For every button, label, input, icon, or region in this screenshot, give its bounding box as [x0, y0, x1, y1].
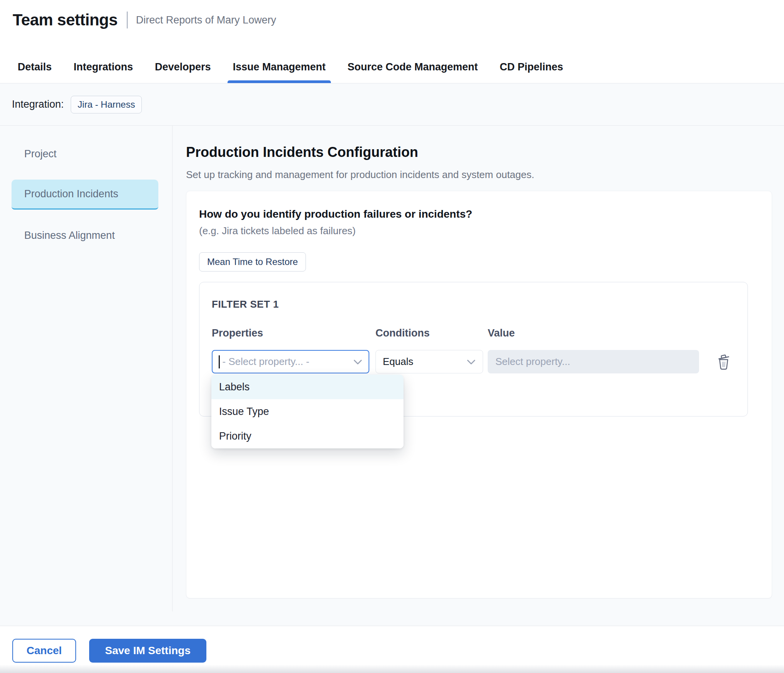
save-im-settings-button[interactable]: Save IM Settings [89, 639, 206, 663]
value-column-header: Value [488, 327, 699, 339]
filter-column-headers: Properties Conditions Value [212, 327, 735, 339]
tab-details[interactable]: Details [18, 61, 52, 83]
incidents-config-card: How do you identify production failures … [186, 191, 772, 598]
section-title: Production Incidents Configuration [186, 144, 772, 160]
filter-set-1: FILTER SET 1 Properties Conditions Value… [199, 282, 748, 416]
integration-row: Integration: Jira - Harness [0, 83, 784, 126]
body-columns: Project Production Incidents Business Al… [0, 126, 784, 626]
tab-bar: Details Integrations Developers Issue Ma… [18, 61, 585, 83]
main-panel: Production Incidents Configuration Set u… [173, 126, 784, 598]
header: Team settings Direct Reports of Mary Low… [0, 0, 784, 83]
filter-row: - Select property... - Equals [212, 350, 735, 373]
config-hint: (e.g. Jira tickets labeled as failures) [199, 225, 748, 237]
dropdown-option-labels[interactable]: Labels [211, 375, 404, 399]
tab-source-code-management[interactable]: Source Code Management [347, 61, 478, 83]
config-question: How do you identify production failures … [199, 208, 748, 220]
title-divider [127, 12, 128, 28]
condition-select-value: Equals [383, 356, 414, 368]
sidebar-item-project[interactable]: Project [12, 139, 158, 169]
property-select[interactable]: - Select property... - [212, 350, 369, 373]
content-area: Integration: Jira - Harness Project Prod… [0, 83, 784, 626]
integration-chip[interactable]: Jira - Harness [71, 96, 142, 113]
property-select-placeholder: - Select property... - [223, 356, 309, 368]
cancel-button[interactable]: Cancel [12, 639, 76, 663]
chevron-down-icon [467, 356, 476, 368]
tab-issue-management[interactable]: Issue Management [233, 61, 326, 83]
trash-icon [716, 365, 731, 371]
properties-column-header: Properties [212, 327, 369, 339]
tab-cd-pipelines[interactable]: CD Pipelines [500, 61, 563, 83]
dropdown-option-priority[interactable]: Priority [211, 424, 404, 448]
integration-label: Integration: [12, 98, 64, 110]
filter-set-title: FILTER SET 1 [212, 298, 735, 310]
delete-filter-button[interactable] [716, 354, 731, 370]
footer-actions: Cancel Save IM Settings [12, 639, 784, 663]
sidebar-item-business-alignment[interactable]: Business Alignment [12, 220, 158, 250]
footer-bar: Cancel Save IM Settings [0, 626, 784, 673]
chevron-down-icon [353, 356, 362, 368]
title-row: Team settings Direct Reports of Mary Low… [13, 11, 276, 29]
property-dropdown: Labels Issue Type Priority [211, 375, 404, 448]
section-subtitle: Set up tracking and management for produ… [186, 169, 772, 181]
page-subtitle: Direct Reports of Mary Lowery [136, 14, 276, 26]
conditions-column-header: Conditions [375, 327, 483, 339]
tab-developers[interactable]: Developers [155, 61, 211, 83]
dropdown-option-issue-type[interactable]: Issue Type [211, 399, 404, 424]
metric-tab-mean-time-to-restore[interactable]: Mean Time to Restore [199, 252, 306, 272]
tab-integrations[interactable]: Integrations [74, 61, 133, 83]
page-title: Team settings [13, 11, 118, 29]
condition-select[interactable]: Equals [375, 350, 483, 373]
settings-sidebar: Project Production Incidents Business Al… [0, 126, 172, 261]
text-caret [219, 355, 220, 368]
value-input[interactable] [488, 350, 699, 373]
sidebar-item-production-incidents[interactable]: Production Incidents [12, 180, 158, 210]
